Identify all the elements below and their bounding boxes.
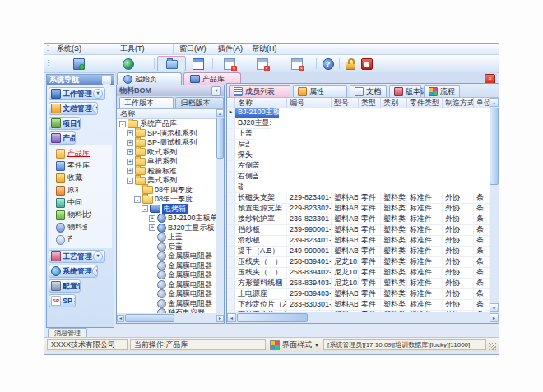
resize-grip[interactable] bbox=[489, 343, 496, 350]
chevron-button[interactable] bbox=[93, 251, 103, 261]
sidebar-group[interactable]: SPSP 扩展功能 bbox=[49, 294, 76, 307]
table-row[interactable]: 提手（A.B） 249-990001-01X 塑料ABS 零件 塑料类 标准件 … bbox=[227, 247, 490, 257]
detail-tab[interactable]: 属性 bbox=[293, 85, 347, 97]
scroll-right-icon[interactable]: ► bbox=[490, 313, 499, 322]
table-row[interactable]: BJ-2100主板单点 730-721000-12X 部件 电源板 专用件 外协… bbox=[227, 108, 279, 118]
column-header[interactable]: 单位 bbox=[474, 98, 490, 108]
menu-item[interactable]: 帮助(H) bbox=[246, 44, 284, 54]
tree-toggle[interactable] bbox=[127, 130, 133, 136]
sidebar-item[interactable]: 产品文档查找 bbox=[49, 233, 72, 246]
column-header[interactable]: 名称 bbox=[235, 98, 287, 108]
table-row[interactable]: 磁钢盖 214-839404-01X 塑料ABS 零件 塑料类 标准件 外协 条 bbox=[227, 182, 243, 193]
table-row[interactable]: BJ20主显示板 730-828000-04X 部件 电源板 专用件 外协 颗 bbox=[227, 118, 272, 129]
tree-column-header[interactable]: 名称 bbox=[117, 109, 216, 119]
toolbar-button[interactable] bbox=[186, 56, 210, 71]
menu-item[interactable]: 窗口(W) bbox=[173, 44, 212, 54]
menu-item[interactable]: 插件(A) bbox=[212, 44, 246, 54]
sidebar-item[interactable]: 物料比较 bbox=[49, 209, 91, 221]
sidebar-group[interactable]: 项目管理 bbox=[49, 117, 81, 130]
tree-toggle[interactable] bbox=[149, 224, 155, 231]
sidebar-item[interactable]: 原材料库 bbox=[49, 184, 78, 196]
sidebar-group[interactable]: 产品管理 bbox=[49, 131, 76, 145]
scroll-left-icon[interactable]: ◄ bbox=[117, 315, 124, 322]
table-row[interactable]: 后盖 202-990002-01X 塑料ABS 零件 塑料类 标准件 外协 条 bbox=[227, 140, 249, 150]
chevron-button[interactable] bbox=[93, 89, 103, 99]
detail-tab[interactable]: 流程 bbox=[424, 85, 460, 97]
tree-horizontal-scrollbar[interactable]: ◄ ► bbox=[117, 313, 224, 323]
tree-item[interactable]: 欧式系列 bbox=[118, 148, 149, 158]
tree-toggle[interactable] bbox=[142, 205, 148, 212]
sidebar-group[interactable]: 工艺管理 bbox=[49, 250, 105, 263]
tree-item[interactable]: BJ20主显示板 bbox=[118, 224, 216, 233]
table-row[interactable]: 接纱轮护罩 236-823301-00X 塑料ABS 零件 塑料类 标准件 外协… bbox=[227, 214, 490, 225]
tree-toggle[interactable] bbox=[127, 140, 133, 146]
column-header[interactable]: 零件类型 bbox=[407, 98, 443, 108]
toolbar-button[interactable] bbox=[52, 56, 105, 71]
column-header[interactable]: 制造方式 bbox=[443, 98, 474, 108]
menu-item[interactable]: 系统(S) bbox=[51, 44, 114, 54]
version-tab[interactable]: 工作版本 bbox=[119, 97, 174, 108]
tree-toggle[interactable] bbox=[134, 196, 141, 203]
tree-vscroll-thumb[interactable] bbox=[216, 118, 224, 159]
ui-style-button[interactable]: 界面样式 ▼ bbox=[268, 339, 321, 350]
table-row[interactable]: 方形塑料线捆 258-839403-00X 尼龙1010 零件 塑料类 标准件 … bbox=[227, 279, 490, 289]
toolbar-button[interactable] bbox=[244, 56, 281, 71]
version-tab[interactable]: 归档版本 bbox=[175, 97, 224, 108]
sidebar-item[interactable]: 零件库 bbox=[49, 159, 100, 172]
table-horizontal-scrollbar[interactable]: ◄ ► bbox=[227, 312, 499, 323]
detail-tab[interactable]: 文档 bbox=[350, 85, 387, 97]
tree-toggle[interactable] bbox=[127, 149, 133, 155]
detail-tab[interactable]: 成员列表 bbox=[229, 85, 290, 97]
scroll-left-icon[interactable]: ◄ bbox=[227, 313, 236, 322]
column-header[interactable]: 类别 bbox=[381, 98, 407, 108]
document-tab[interactable]: 起始页 bbox=[117, 72, 182, 85]
table-row[interactable]: 挡纱板 239-990001-01X 塑料ABS 零件 塑料类 标准件 外协 条 bbox=[227, 225, 490, 236]
column-header[interactable]: 型号 bbox=[332, 98, 359, 108]
bom-panel-pin-button[interactable]: ▾ bbox=[211, 86, 221, 96]
toolbar-button[interactable] bbox=[157, 56, 186, 71]
sidebar-group[interactable]: 系统管理 bbox=[49, 265, 98, 278]
table-row[interactable]: 探头壳 208-601701-01X 塑料ABS 零件 塑料类 标准件 外协 条 bbox=[227, 150, 253, 161]
table-row[interactable]: 下纱定位片（左） 283-830301-00X 塑料ABS 零件 塑料类 标准件… bbox=[227, 300, 490, 311]
sidebar-item[interactable]: 物料查找 bbox=[49, 221, 87, 233]
toolbar-button[interactable] bbox=[216, 56, 244, 71]
table-row[interactable]: 左侧盖 209-990001-01X 塑料ABS 零件 塑料类 标准件 外协 条 bbox=[227, 161, 262, 172]
chevron-button[interactable] bbox=[92, 104, 98, 113]
tree-toggle[interactable] bbox=[127, 168, 133, 174]
sidebar-header-button[interactable] bbox=[102, 76, 111, 85]
toolbar-drag-handle[interactable] bbox=[48, 60, 49, 67]
sidebar-group[interactable]: 配置管理 bbox=[49, 279, 81, 293]
table-vertical-scrollbar[interactable]: ▲ ▼ bbox=[490, 98, 499, 312]
sidebar-item[interactable]: 产品库 bbox=[49, 147, 108, 159]
table-row[interactable]: 上电源座 259-839403-00X 塑料ABS 零件 塑料类 标准件 外协 … bbox=[227, 289, 490, 300]
toolbar-button[interactable] bbox=[105, 56, 151, 71]
column-header[interactable]: 编号 bbox=[287, 98, 332, 108]
menu-item[interactable]: 工具(T) bbox=[114, 44, 170, 54]
toolbar-button[interactable] bbox=[359, 56, 375, 71]
table-row[interactable]: 压线夹（二） 258-839402-00X 尼龙1010 零件 塑料类 标准件 … bbox=[227, 268, 490, 279]
scroll-right-icon[interactable]: ► bbox=[216, 315, 224, 322]
column-header[interactable]: 类型 bbox=[359, 98, 381, 108]
scroll-up-icon[interactable]: ▲ bbox=[216, 109, 224, 117]
tree-toggle[interactable] bbox=[119, 121, 126, 127]
chevron-button[interactable] bbox=[92, 266, 98, 276]
table-row[interactable]: 右侧盖 209-990002-01X 塑料ABS 零件 塑料类 标准件 外协 条 bbox=[227, 172, 258, 182]
tree-toggle[interactable] bbox=[127, 178, 133, 184]
table-row[interactable]: 预置电源支架 229-823302-00X 塑料ABS 零件 塑料类 标准件 外… bbox=[227, 204, 490, 214]
scroll-down-icon[interactable]: ▼ bbox=[490, 303, 499, 312]
tree-item[interactable]: 美式系列 bbox=[118, 176, 158, 186]
table-hscroll-thumb[interactable] bbox=[237, 313, 308, 322]
tree-toggle[interactable] bbox=[127, 159, 133, 165]
tree-item[interactable]: 上盖 bbox=[118, 233, 216, 242]
detail-tab[interactable]: 版本记录 bbox=[389, 85, 421, 97]
menubar-drag-handle[interactable] bbox=[47, 45, 49, 53]
table-row[interactable]: 压线夹（一） 258-839401-00X 尼龙1010 零件 塑料类 标准件 … bbox=[227, 257, 490, 268]
sidebar-group[interactable]: 文档管理 bbox=[49, 102, 98, 115]
tree-toggle[interactable] bbox=[149, 215, 155, 222]
toolbar-button[interactable] bbox=[319, 56, 336, 71]
tree-hscroll-thumb[interactable] bbox=[125, 314, 174, 322]
table-vscroll-thumb[interactable] bbox=[490, 108, 499, 185]
toolbar-button[interactable] bbox=[281, 56, 313, 71]
sidebar-item[interactable]: 中间件库 bbox=[49, 196, 82, 209]
toolbar-button[interactable] bbox=[342, 56, 359, 71]
